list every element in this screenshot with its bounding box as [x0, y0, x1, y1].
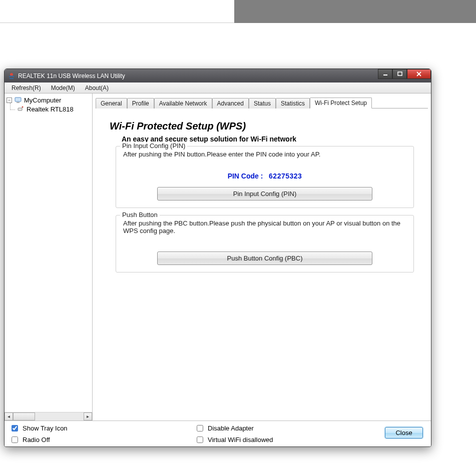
svg-rect-7 — [18, 108, 22, 110]
virtual-wifi-checkbox[interactable] — [197, 436, 203, 443]
adapter-icon — [17, 105, 25, 113]
pbc-description: After pushing the PBC button.Please push… — [123, 220, 406, 234]
menu-mode[interactable]: Mode(M) — [46, 84, 80, 92]
spacer — [123, 236, 406, 252]
tab-profile[interactable]: Profile — [127, 98, 154, 108]
tree-branch-line — [10, 103, 15, 110]
tab-content-wps: Wi-Fi Protected Setup (WPS) An easy and … — [96, 108, 428, 284]
svg-rect-6 — [17, 102, 20, 103]
tab-available-network[interactable]: Available Network — [154, 98, 212, 108]
menu-about[interactable]: About(A) — [80, 84, 114, 92]
scroll-left-button[interactable]: ◄ — [5, 412, 13, 420]
maximize-button[interactable] — [392, 69, 407, 79]
groupbox-pbc: Push Button After pushing the PBC button… — [116, 215, 414, 272]
groupbox-pin: Pin Input Config (PIN) After pushing the… — [116, 146, 414, 208]
svg-rect-5 — [15, 98, 21, 102]
content-row: − MyComputer — [5, 94, 431, 420]
virtual-wifi-label: Virtual WiFi disallowed — [208, 436, 273, 444]
menu-refresh[interactable]: Refresh(R) — [7, 84, 46, 92]
groupbox-pin-title: Pin Input Config (PIN) — [120, 142, 187, 150]
radio-off-row[interactable]: Radio Off — [10, 435, 195, 444]
tabstrip: General Profile Available Network Advanc… — [96, 96, 428, 108]
tree-adapter-label: Realtek RTL818 — [27, 106, 74, 113]
tree-root[interactable]: − MyComputer — [6, 96, 91, 104]
pin-config-button[interactable]: Pin Input Config (PIN) — [157, 187, 372, 200]
disable-adapter-label: Disable Adapter — [208, 424, 254, 432]
tab-advanced[interactable]: Advanced — [212, 98, 249, 108]
main-panel: General Profile Available Network Advanc… — [93, 94, 431, 420]
wps-heading: Wi-Fi Protected Setup (WPS) — [110, 120, 414, 132]
tree-root-label: MyComputer — [24, 96, 61, 104]
tree-panel: − MyComputer — [5, 94, 93, 420]
pbc-config-button[interactable]: Push Button Config (PBC) — [157, 252, 372, 265]
show-tray-row[interactable]: Show Tray Icon — [10, 424, 195, 433]
computer-icon — [14, 96, 22, 104]
svg-point-0 — [10, 73, 13, 76]
tab-status[interactable]: Status — [249, 98, 276, 108]
show-tray-label: Show Tray Icon — [23, 424, 68, 432]
page-top-strip — [0, 0, 476, 23]
window-controls — [378, 69, 431, 79]
window-title: REALTEK 11n USB Wireless LAN Utility — [18, 72, 125, 80]
tab-general[interactable]: General — [96, 98, 127, 108]
bottom-bar: Show Tray Icon Radio Off Disable Adapter… — [5, 420, 431, 446]
bottom-left-column: Show Tray Icon Radio Off — [10, 424, 195, 444]
top-strip-left — [0, 0, 234, 23]
scroll-right-button[interactable]: ► — [84, 412, 92, 420]
tree-hscrollbar[interactable]: ◄ ► — [5, 412, 92, 420]
radio-off-label: Radio Off — [23, 436, 50, 444]
tree-adapter[interactable]: Realtek RTL818 — [6, 104, 91, 114]
close-window-button[interactable] — [407, 69, 431, 79]
scroll-thumb[interactable] — [13, 412, 35, 420]
disable-adapter-checkbox[interactable] — [197, 425, 203, 432]
app-window: REALTEK 11n USB Wireless LAN Utility Ref… — [4, 68, 431, 447]
tree-collapse-icon[interactable]: − — [7, 98, 12, 103]
tab-statistics[interactable]: Statistics — [276, 98, 310, 108]
menubar: Refresh(R) Mode(M) About(A) — [5, 82, 431, 94]
pin-code-value: 62275323 — [269, 172, 302, 180]
show-tray-checkbox[interactable] — [12, 425, 18, 432]
pin-code-line: PIN Code : 62275323 — [123, 172, 406, 180]
titlebar[interactable]: REALTEK 11n USB Wireless LAN Utility — [5, 69, 431, 82]
top-strip-right — [234, 0, 476, 23]
close-button[interactable]: Close — [385, 427, 423, 438]
radio-off-checkbox[interactable] — [12, 436, 18, 443]
tab-wps[interactable]: Wi-Fi Protect Setup — [310, 98, 372, 108]
scroll-track[interactable] — [13, 412, 84, 420]
groupbox-pbc-title: Push Button — [120, 211, 160, 218]
tree-body: − MyComputer — [5, 94, 92, 412]
svg-rect-2 — [398, 72, 402, 76]
minimize-button[interactable] — [378, 69, 392, 79]
pin-code-label: PIN Code : — [228, 172, 263, 180]
app-icon — [8, 72, 16, 80]
pin-description: After pushing the PIN button.Please ente… — [123, 150, 406, 158]
